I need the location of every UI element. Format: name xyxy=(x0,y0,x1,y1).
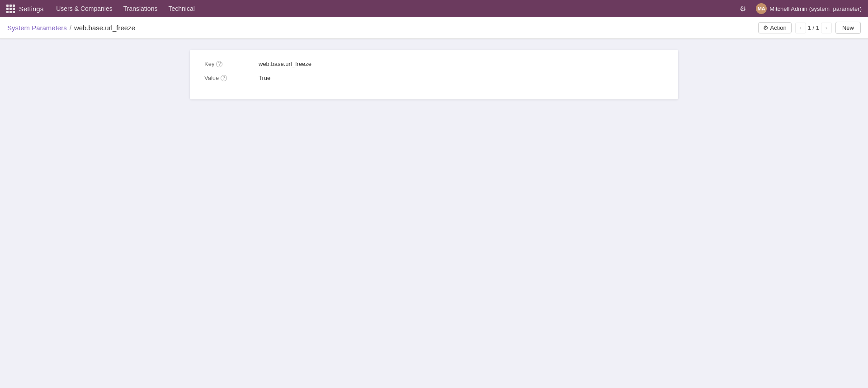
value-help-icon[interactable]: ? xyxy=(221,75,227,81)
key-value: web.base.url_freeze xyxy=(259,61,311,67)
navbar: Settings Users & Companies Translations … xyxy=(0,0,868,17)
navbar-menu: Users & Companies Translations Technical xyxy=(51,0,736,17)
form-card: Key ? web.base.url_freeze Value ? True xyxy=(190,50,678,99)
main-content: Key ? web.base.url_freeze Value ? True xyxy=(0,39,868,110)
nav-technical[interactable]: Technical xyxy=(163,0,200,17)
navbar-brand[interactable]: Settings xyxy=(19,5,43,13)
new-button[interactable]: New xyxy=(835,22,861,34)
avatar: MA xyxy=(756,3,767,14)
breadcrumb-parent[interactable]: System Parameters xyxy=(7,24,67,32)
apps-menu-icon[interactable] xyxy=(4,2,17,15)
user-name: Mitchell Admin (system_parameter) xyxy=(769,5,862,12)
gear-icon: ⚙ xyxy=(763,24,769,31)
pagination-text: 1 / 1 xyxy=(808,24,819,31)
key-field-row: Key ? web.base.url_freeze xyxy=(204,61,664,67)
action-button[interactable]: ⚙ Action xyxy=(758,22,792,33)
next-page-button[interactable]: › xyxy=(821,23,832,33)
value-value: True xyxy=(259,75,270,81)
breadcrumb-separator: / xyxy=(70,24,71,32)
value-label: Value ? xyxy=(204,75,259,81)
action-bar: System Parameters / web.base.url_freeze … xyxy=(0,17,868,39)
nav-translations[interactable]: Translations xyxy=(118,0,163,17)
breadcrumb-current: web.base.url_freeze xyxy=(74,24,135,32)
user-menu[interactable]: MA Mitchell Admin (system_parameter) xyxy=(753,2,864,15)
action-label: Action xyxy=(770,24,787,31)
value-field-row: Value ? True xyxy=(204,75,664,81)
pagination: ‹ 1 / 1 › xyxy=(795,23,832,33)
action-bar-right: ⚙ Action ‹ 1 / 1 › New xyxy=(758,22,861,34)
grid-dots xyxy=(6,5,15,13)
nav-users-companies[interactable]: Users & Companies xyxy=(51,0,118,17)
breadcrumb: System Parameters / web.base.url_freeze xyxy=(7,24,758,32)
prev-page-button[interactable]: ‹ xyxy=(795,23,806,33)
key-help-icon[interactable]: ? xyxy=(216,61,222,67)
navbar-right: ⚙ MA Mitchell Admin (system_parameter) xyxy=(736,2,864,15)
key-label: Key ? xyxy=(204,61,259,67)
settings-icon[interactable]: ⚙ xyxy=(736,2,750,15)
